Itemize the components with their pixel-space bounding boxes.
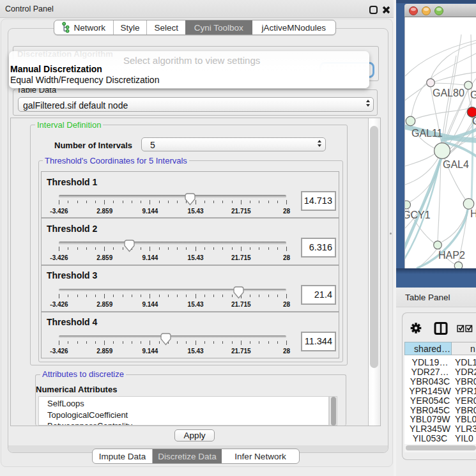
svg-text:C: C xyxy=(472,116,476,127)
svg-text:GAL80: GAL80 xyxy=(433,88,464,98)
svg-text:HAP2: HAP2 xyxy=(438,250,465,261)
svg-text:GAL4: GAL4 xyxy=(443,159,469,170)
svg-text:GAL11: GAL11 xyxy=(411,128,443,139)
svg-text:GCY1: GCY1 xyxy=(405,210,431,220)
svg-text:H: H xyxy=(470,208,476,219)
svg-text:GA: GA xyxy=(470,89,476,100)
